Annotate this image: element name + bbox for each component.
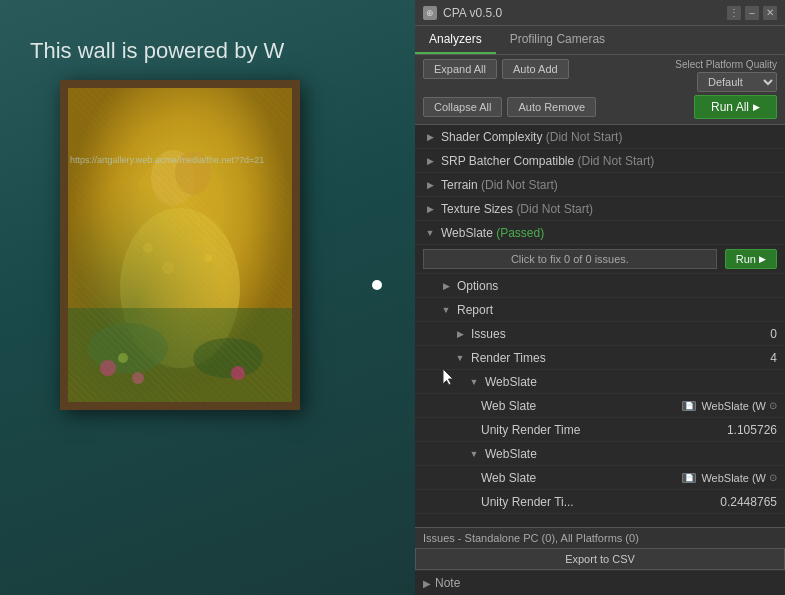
issues-status-bar: Issues - Standalone PC (0), All Platform… bbox=[415, 527, 785, 548]
arrow-webslate: ▼ bbox=[423, 226, 437, 240]
scene-background: This wall is powered by W bbox=[0, 0, 415, 595]
arrow-options: ▶ bbox=[439, 279, 453, 293]
unity-render-value-1: 1.105726 bbox=[727, 423, 777, 437]
svg-point-5 bbox=[193, 338, 263, 378]
web-slate-value-1: 📄 WebSlate (W ⊙ bbox=[682, 400, 777, 412]
webslate-doc-icon: 📄 bbox=[682, 401, 696, 411]
svg-point-13 bbox=[132, 372, 144, 384]
arrow-render-times: ▼ bbox=[453, 351, 467, 365]
wall-text: This wall is powered by W bbox=[30, 38, 284, 64]
label-web-slate-1: Web Slate bbox=[481, 399, 678, 413]
svg-point-15 bbox=[118, 353, 128, 363]
label-report: Report bbox=[457, 303, 777, 317]
webslate-fix-toolbar: Click to fix 0 of 0 issues. Run ▶ bbox=[415, 245, 785, 274]
fix-issues-btn[interactable]: Click to fix 0 of 0 issues. bbox=[423, 249, 717, 269]
note-label: Note bbox=[435, 576, 460, 590]
tree-item-unity-render-2: Unity Render Ti... 0.2448765 bbox=[415, 490, 785, 514]
label-srp-batcher: SRP Batcher Compatible (Did Not Start) bbox=[441, 154, 777, 168]
run-btn[interactable]: Run ▶ bbox=[725, 249, 777, 269]
export-csv-btn[interactable]: Export to CSV bbox=[415, 548, 785, 570]
note-bar[interactable]: ▶ Note bbox=[415, 570, 785, 595]
label-shader-complexity: Shader Complexity (Did Not Start) bbox=[441, 130, 777, 144]
auto-remove-btn[interactable]: Auto Remove bbox=[507, 97, 596, 117]
svg-point-11 bbox=[195, 240, 201, 246]
tree-item-texture-sizes[interactable]: ▶ Texture Sizes (Did Not Start) bbox=[415, 197, 785, 221]
analyzer-list: ▶ Shader Complexity (Did Not Start) ▶ SR… bbox=[415, 125, 785, 527]
tree-item-report[interactable]: ▼ Report bbox=[415, 298, 785, 322]
svg-point-4 bbox=[88, 323, 168, 373]
tree-item-terrain[interactable]: ▶ Terrain (Did Not Start) bbox=[415, 173, 785, 197]
expand-all-btn[interactable]: Expand All bbox=[423, 59, 497, 79]
unity-render-value-2: 0.2448765 bbox=[720, 495, 777, 509]
webslate-doc-icon-2: 📄 bbox=[682, 473, 696, 483]
svg-point-10 bbox=[162, 262, 174, 274]
tree-item-webslate[interactable]: ▼ WebSlate (Passed) bbox=[415, 221, 785, 245]
arrow-note: ▶ bbox=[423, 578, 431, 589]
arrow-issues: ▶ bbox=[453, 327, 467, 341]
tree-item-options[interactable]: ▶ Options bbox=[415, 274, 785, 298]
label-options: Options bbox=[457, 279, 777, 293]
tab-bar: Analyzers Profiling Cameras bbox=[415, 26, 785, 55]
tree-item-issues[interactable]: ▶ Issues 0 bbox=[415, 322, 785, 346]
cpa-panel: ⊕ CPA v0.5.0 ⋮ – ✕ Analyzers Profiling C… bbox=[415, 0, 785, 595]
render-times-value: 4 bbox=[757, 351, 777, 365]
arrow-webslate-entry-1: ▼ bbox=[467, 375, 481, 389]
arrow-shader-complexity: ▶ bbox=[423, 130, 437, 144]
tree-item-webslate-entry-2[interactable]: ▼ WebSlate bbox=[415, 442, 785, 466]
panel-title: CPA v0.5.0 bbox=[443, 6, 721, 20]
painting-frame bbox=[60, 80, 300, 410]
tree-item-webslate-entry-1[interactable]: ▼ WebSlate bbox=[415, 370, 785, 394]
url-text: https://artgallery.web.acme/media/the.ne… bbox=[70, 155, 264, 165]
svg-point-12 bbox=[100, 360, 116, 376]
close-btn[interactable]: ✕ bbox=[763, 6, 777, 20]
platform-quality-label: Select Platform Quality bbox=[675, 59, 777, 70]
label-webslate: WebSlate (Passed) bbox=[441, 226, 777, 240]
tree-item-web-slate-1: Web Slate 📄 WebSlate (W ⊙ bbox=[415, 394, 785, 418]
minimize-btn[interactable]: – bbox=[745, 6, 759, 20]
webslate-settings-icon-2: ⊙ bbox=[769, 472, 777, 483]
auto-add-btn[interactable]: Auto Add bbox=[502, 59, 569, 79]
label-terrain: Terrain (Did Not Start) bbox=[441, 178, 777, 192]
painting-artwork bbox=[68, 88, 292, 402]
tree-item-shader-complexity[interactable]: ▶ Shader Complexity (Did Not Start) bbox=[415, 125, 785, 149]
tree-item-render-times[interactable]: ▼ Render Times 4 bbox=[415, 346, 785, 370]
tab-analyzers[interactable]: Analyzers bbox=[415, 26, 496, 54]
collapse-all-btn[interactable]: Collapse All bbox=[423, 97, 502, 117]
title-bar: ⊕ CPA v0.5.0 ⋮ – ✕ bbox=[415, 0, 785, 26]
web-slate-value-2: 📄 WebSlate (W ⊙ bbox=[682, 472, 777, 484]
cpa-icon: ⊕ bbox=[423, 6, 437, 20]
label-render-times: Render Times bbox=[471, 351, 753, 365]
svg-rect-0 bbox=[68, 88, 292, 402]
tab-profiling-cameras[interactable]: Profiling Cameras bbox=[496, 26, 619, 54]
issues-status-text: Issues - Standalone PC (0), All Platform… bbox=[423, 532, 639, 544]
arrow-report: ▼ bbox=[439, 303, 453, 317]
label-webslate-entry-1: WebSlate bbox=[485, 375, 777, 389]
label-web-slate-2: Web Slate bbox=[481, 471, 678, 485]
tree-item-srp-batcher[interactable]: ▶ SRP Batcher Compatible (Did Not Start) bbox=[415, 149, 785, 173]
arrow-srp-batcher: ▶ bbox=[423, 154, 437, 168]
svg-point-2 bbox=[120, 208, 240, 368]
run-icon: ▶ bbox=[759, 254, 766, 264]
run-label: Run bbox=[736, 253, 756, 265]
arrow-terrain: ▶ bbox=[423, 178, 437, 192]
run-all-btn[interactable]: Run All ▶ bbox=[694, 95, 777, 119]
dot-indicator bbox=[372, 280, 382, 290]
svg-point-14 bbox=[231, 366, 245, 380]
tree-item-unity-render-1: Unity Render Time 1.105726 bbox=[415, 418, 785, 442]
label-texture-sizes: Texture Sizes (Did Not Start) bbox=[441, 202, 777, 216]
webslate-settings-icon: ⊙ bbox=[769, 400, 777, 411]
svg-point-8 bbox=[143, 243, 153, 253]
menu-btn[interactable]: ⋮ bbox=[727, 6, 741, 20]
issues-value: 0 bbox=[757, 327, 777, 341]
tree-item-web-slate-2: Web Slate 📄 WebSlate (W ⊙ bbox=[415, 466, 785, 490]
arrow-webslate-entry-2: ▼ bbox=[467, 447, 481, 461]
platform-select[interactable]: Default bbox=[697, 72, 777, 92]
svg-point-1 bbox=[135, 153, 225, 263]
window-controls: ⋮ – ✕ bbox=[727, 6, 777, 20]
arrow-texture-sizes: ▶ bbox=[423, 202, 437, 216]
label-issues: Issues bbox=[471, 327, 753, 341]
label-unity-render-2: Unity Render Ti... bbox=[481, 495, 716, 509]
svg-point-9 bbox=[204, 254, 212, 262]
label-unity-render-1: Unity Render Time bbox=[481, 423, 723, 437]
run-all-icon: ▶ bbox=[753, 102, 760, 112]
